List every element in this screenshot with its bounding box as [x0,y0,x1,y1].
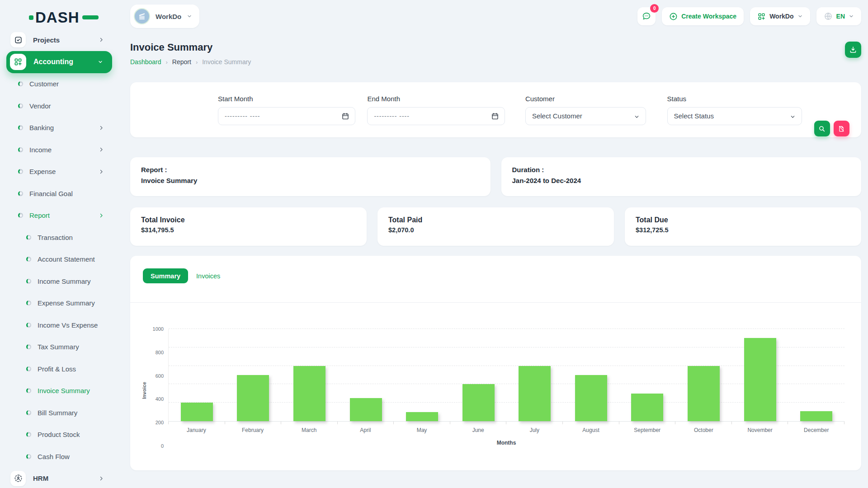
bar-cell [169,329,225,421]
total-paid-value: $2,070.0 [388,226,603,234]
bar-december[interactable] [800,411,832,421]
tab-summary[interactable]: Summary [143,268,188,283]
x-tick [450,422,507,424]
total-invoice-value: $314,795.5 [141,226,356,234]
download-report-button[interactable] [845,42,861,58]
bar-january[interactable] [181,403,213,421]
bar-june[interactable] [462,384,495,421]
x-axis-label: July [506,427,563,433]
total-due-card: Total Due $312,725.5 [625,207,861,246]
customer-select[interactable]: Select Customer [525,107,646,125]
x-axis-label: June [450,427,506,433]
sidebar-item-profit-loss[interactable]: Profit & Loss [0,358,119,380]
sidebar-item-income-summary[interactable]: Income Summary [0,270,119,292]
sidebar-item-tax-summary[interactable]: Tax Summary [0,336,119,358]
start-month-input[interactable]: --------- ---- [218,107,355,125]
x-axis-label: April [337,427,394,433]
sidebar-item-financial-goal[interactable]: Financial Goal [0,183,119,205]
x-axis-label: March [281,427,337,433]
sidebar-item-expense-summary[interactable]: Expense Summary [0,292,119,314]
bullet-icon [18,81,23,86]
x-tick [563,422,619,424]
end-month-input[interactable]: --------- ---- [367,107,505,125]
tab-invoices[interactable]: Invoices [196,272,220,280]
x-axis-ticks [168,422,844,424]
x-axis-label: May [394,427,450,433]
status-select[interactable]: Select Status [667,107,802,125]
start-month-field: Start Month --------- ---- [218,95,355,125]
sidebar-item-banking[interactable]: Banking [0,117,119,139]
sidebar-item-product-stock[interactable]: Product Stock [0,424,119,446]
sidebar-item-cash-flow[interactable]: Cash Flow [0,446,119,468]
bullet-icon [18,125,23,130]
x-tick [281,422,338,424]
chevron-right-icon [99,147,104,152]
file-off-icon [838,125,845,132]
total-due-value: $312,725.5 [636,226,850,234]
bullet-icon [26,323,31,328]
sidebar: Projects Accounting Customer Vendor Bank… [0,0,119,488]
y-tick-label: 200 [156,420,164,425]
bar-october[interactable] [688,366,720,421]
y-tick-label: 0 [161,443,164,449]
sidebar-item-report[interactable]: Report [0,205,119,227]
bar-april[interactable] [350,398,382,421]
invoice-bar-chart: Invoice 02004006008001000 JanuaryFebruar… [168,329,844,446]
x-axis-label: November [732,427,788,433]
bullet-icon [26,388,31,393]
bar-september[interactable] [631,394,663,421]
chevron-down-icon [790,114,796,120]
sidebar-item-bill-summary[interactable]: Bill Summary [0,402,119,424]
sidebar-item-vendor[interactable]: Vendor [0,95,119,117]
sidebar-item-hrm[interactable]: HRM [0,468,119,488]
sidebar-item-income-vs-expense[interactable]: Income Vs Expense [0,314,119,336]
x-axis-label: January [168,427,225,433]
chevron-down-icon [634,114,640,120]
bar-february[interactable] [237,375,269,421]
bar-july[interactable] [519,366,551,421]
bar-august[interactable] [575,375,607,421]
duration-card-value: Jan-2024 to Dec-2024 [512,177,851,184]
duration-card-title: Duration : [512,166,851,174]
sidebar-item-income[interactable]: Income [0,139,119,161]
chevron-right-icon [99,213,104,218]
customer-label: Customer [525,95,646,103]
calendar-icon[interactable] [341,112,349,120]
divider [130,302,861,303]
x-tick [506,422,563,424]
main-content: Invoice Summary Dashboard › Report › Inv… [130,0,861,470]
search-icon [818,125,826,132]
bar-cell [338,329,394,421]
apply-filter-button[interactable] [814,121,830,136]
accounting-grid-icon [10,54,26,70]
sidebar-item-account-statement[interactable]: Account Statement [0,249,119,271]
chevron-right-icon [99,476,104,481]
bullet-icon [26,344,31,349]
clear-filter-button[interactable] [834,121,849,136]
sidebar-item-expense[interactable]: Expense [0,161,119,183]
sidebar-item-invoice-summary[interactable]: Invoice Summary [0,380,119,402]
x-axis-labels: JanuaryFebruaryMarchAprilMayJuneJulyAugu… [168,427,844,433]
bar-march[interactable] [293,366,326,421]
report-card: Report : Invoice Summary [130,157,491,196]
bar-may[interactable] [406,412,438,421]
bar-november[interactable] [744,338,776,421]
x-tick [675,422,732,424]
y-axis: 02004006008001000 [130,329,164,446]
x-axis-label: August [563,427,619,433]
bullet-icon [26,257,31,262]
sidebar-item-projects[interactable]: Projects [0,29,119,51]
bullet-icon [26,432,31,437]
bullet-icon [26,279,31,284]
sidebar-item-accounting[interactable]: Accounting [6,51,112,73]
bar-cell [281,329,338,421]
sidebar-item-transaction[interactable]: Transaction [0,226,119,249]
calendar-icon[interactable] [491,112,499,120]
sidebar-item-customer[interactable]: Customer [0,73,119,95]
breadcrumb-dashboard[interactable]: Dashboard [130,58,161,66]
total-paid-card: Total Paid $2,070.0 [377,207,614,246]
breadcrumb-report[interactable]: Report [172,58,191,66]
report-card-value: Invoice Summary [141,177,480,184]
page-title: Invoice Summary [130,42,251,53]
breadcrumb-current: Invoice Summary [202,58,251,66]
